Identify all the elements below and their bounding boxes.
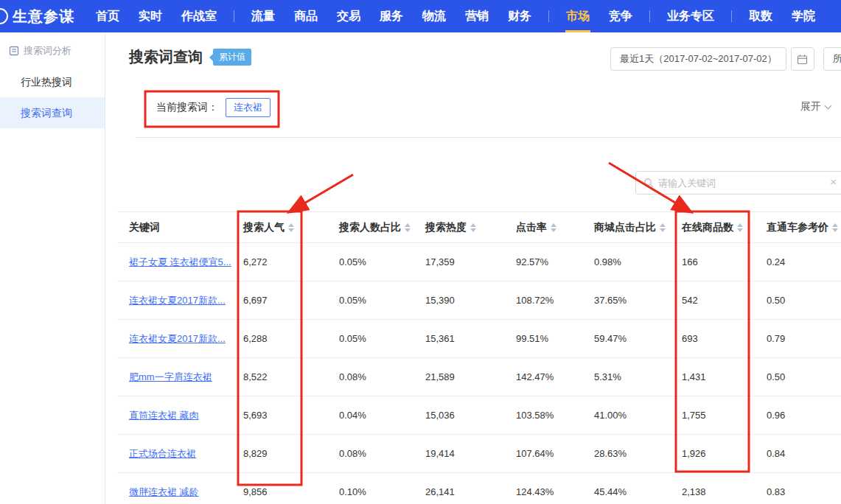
- cell-searcher-ratio: 0.10%: [327, 473, 413, 504]
- col-header-search-heat[interactable]: 搜索热度: [413, 212, 504, 243]
- table-row: 连衣裙女夏2017新款... 6,697 0.05% 15,390 108.72…: [117, 281, 841, 320]
- col-header-searcher-ratio[interactable]: 搜索人数占比: [327, 212, 413, 243]
- sort-icon[interactable]: [288, 223, 294, 232]
- sidebar-section-search-analysis[interactable]: 搜索词分析: [0, 32, 105, 66]
- cell-searcher-ratio: 0.08%: [327, 435, 413, 473]
- cell-mall-click-ratio: 41.00%: [582, 396, 670, 435]
- sort-icon[interactable]: [660, 223, 666, 232]
- top-nav: 生意参谋 首页 实时 作战室 流量 商品 交易 服务 物流 营销 财务 市场 竞…: [0, 0, 841, 32]
- cumulative-value-badge: 累计值: [213, 49, 251, 66]
- keyword-link[interactable]: 正式场合连衣裙: [117, 435, 231, 473]
- cell-searcher-ratio: 0.05%: [327, 281, 413, 320]
- section-divider: [135, 137, 841, 138]
- sidebar: 搜索词分析 行业热搜词 搜索词查询: [0, 32, 105, 504]
- nav-item-realtime[interactable]: 实时: [129, 0, 172, 32]
- col-header-mall-click-ratio[interactable]: 商城点击占比: [582, 212, 670, 243]
- nav-item-product[interactable]: 商品: [285, 0, 327, 32]
- sidebar-section-label: 搜索词分析: [24, 44, 71, 57]
- keyword-link[interactable]: 裙子女夏 连衣裙便宜5...: [117, 243, 231, 281]
- page-title: 搜索词查询: [129, 47, 203, 67]
- table-row: 微胖连衣裙 减龄 9,856 0.10% 26,141 124.43% 45.4…: [117, 473, 841, 504]
- sort-icon[interactable]: [737, 223, 743, 232]
- cell-click-rate: 103.58%: [504, 396, 582, 435]
- cell-search-popularity: 9,856: [231, 473, 327, 504]
- sycm-app: 生意参谋 首页 实时 作战室 流量 商品 交易 服务 物流 营销 财务 市场 竞…: [0, 0, 841, 504]
- nav-item-service[interactable]: 服务: [370, 0, 413, 32]
- keyword-link[interactable]: 连衣裙女夏2017新款...: [117, 320, 231, 358]
- nav-item-logistics[interactable]: 物流: [413, 0, 456, 32]
- table-row: 正式场合连衣裙 8,829 0.08% 19,414 107.64% 28.63…: [117, 435, 841, 473]
- cell-mall-click-ratio: 5.31%: [582, 358, 670, 396]
- nav-item-war-room[interactable]: 作战室: [172, 0, 226, 32]
- col-header-search-popularity[interactable]: 搜索人气: [231, 212, 327, 243]
- app-logo[interactable]: 生意参谋: [0, 7, 74, 27]
- calendar-button[interactable]: [791, 47, 814, 71]
- sidebar-item-search-word-query[interactable]: 搜索词查询: [0, 97, 105, 128]
- chevron-down-icon: [825, 102, 832, 110]
- nav-divider: [731, 10, 732, 22]
- nav-item-traffic[interactable]: 流量: [242, 0, 285, 32]
- terminal-selector[interactable]: 所有终端: [823, 47, 841, 71]
- table-header-row: 关键词 搜索人气 搜索人数占比 搜索热度 点击率 商城点击占比 在线商品数 直通…: [117, 212, 841, 243]
- nav-item-data-extract[interactable]: 取数: [739, 0, 782, 32]
- sort-icon[interactable]: [405, 223, 411, 232]
- cell-search-heat: 17,359: [413, 243, 504, 281]
- cell-mall-click-ratio: 45.44%: [582, 473, 670, 504]
- current-search-label: 当前搜索词：: [156, 101, 218, 114]
- date-range-selector[interactable]: 最近1天（2017-07-02~2017-07-02）: [610, 47, 786, 71]
- date-range-label: 最近1天（2017-07-02~2017-07-02）: [620, 52, 777, 66]
- sidebar-item-industry-hot-words[interactable]: 行业热搜词: [0, 66, 105, 97]
- date-filter-group: 最近1天（2017-07-02~2017-07-02） 所有终端: [610, 47, 841, 71]
- cell-online-products: 1,926: [670, 435, 755, 473]
- keyword-link[interactable]: 微胖连衣裙 减龄: [117, 473, 231, 504]
- nav-item-finance[interactable]: 财务: [498, 0, 541, 32]
- search-word-table: 关键词 搜索人气 搜索人数占比 搜索热度 点击率 商城点击占比 在线商品数 直通…: [117, 211, 841, 504]
- nav-item-business-zone[interactable]: 业务专区: [657, 0, 724, 32]
- cell-online-products: 166: [670, 243, 755, 281]
- keyword-link[interactable]: 肥mm一字肩连衣裙: [117, 358, 231, 396]
- cell-search-heat: 15,390: [413, 281, 504, 320]
- nav-item-home[interactable]: 首页: [86, 0, 129, 32]
- sort-icon[interactable]: [470, 223, 476, 232]
- terminal-label: 所有终端: [833, 52, 841, 66]
- cell-ztc-ref-price: 0.24: [755, 243, 841, 281]
- cell-mall-click-ratio: 0.98%: [582, 243, 670, 281]
- sort-icon[interactable]: [832, 223, 838, 232]
- cell-search-popularity: 8,522: [231, 358, 327, 396]
- nav-item-academy[interactable]: 学院: [782, 0, 825, 32]
- cell-searcher-ratio: 0.05%: [327, 243, 413, 281]
- cell-online-products: 693: [670, 320, 755, 358]
- search-input[interactable]: [658, 178, 834, 189]
- cell-click-rate: 99.51%: [504, 320, 582, 358]
- nav-divider: [649, 10, 650, 22]
- cell-search-popularity: 8,829: [231, 435, 327, 473]
- col-header-ztc-ref-price[interactable]: 直通车参考价: [755, 212, 841, 243]
- cell-ztc-ref-price: 0.79: [755, 320, 841, 358]
- cell-search-heat: 15,036: [413, 396, 504, 435]
- sort-icon[interactable]: [551, 223, 556, 232]
- cell-online-products: 1,755: [670, 396, 755, 435]
- nav-item-market[interactable]: 市场: [556, 0, 599, 32]
- expand-toggle[interactable]: 展开: [800, 100, 831, 113]
- nav-item-marketing[interactable]: 营销: [456, 0, 498, 32]
- cell-online-products: 542: [670, 281, 755, 320]
- cell-search-heat: 15,361: [413, 320, 504, 358]
- calendar-icon: [797, 54, 808, 65]
- cell-searcher-ratio: 0.05%: [327, 320, 413, 358]
- clear-search-icon[interactable]: ×: [830, 175, 837, 188]
- cell-online-products: 2,138: [670, 473, 755, 504]
- cell-ztc-ref-price: 0.84: [755, 435, 841, 473]
- cell-click-rate: 142.47%: [504, 358, 582, 396]
- col-header-click-rate[interactable]: 点击率: [504, 212, 582, 243]
- nav-item-trade[interactable]: 交易: [327, 0, 370, 32]
- nav-item-competition[interactable]: 竞争: [599, 0, 642, 32]
- col-header-online-products[interactable]: 在线商品数: [670, 212, 755, 243]
- current-keyword-tag[interactable]: 连衣裙: [226, 98, 271, 117]
- page-title-row: 搜索词查询 累计值: [129, 47, 251, 67]
- keyword-link[interactable]: 连衣裙女夏2017新款...: [117, 281, 231, 320]
- cell-mall-click-ratio: 37.65%: [582, 281, 670, 320]
- table-row: 肥mm一字肩连衣裙 8,522 0.08% 21,589 142.47% 5.3…: [117, 358, 841, 396]
- main-content: 搜索词查询 累计值 最近1天（2017-07-02~2017-07-02） 所有…: [105, 32, 841, 504]
- logo-text: 生意参谋: [13, 7, 74, 27]
- keyword-link[interactable]: 直筒连衣裙 藏肉: [117, 396, 231, 435]
